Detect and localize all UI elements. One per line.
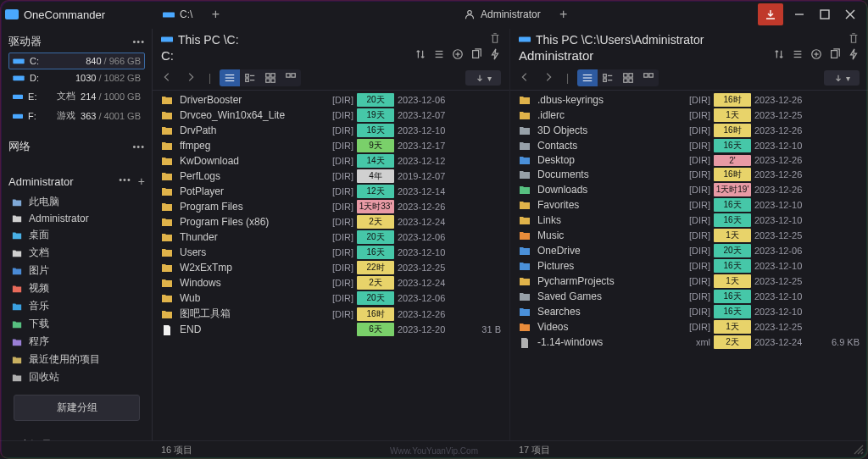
view-list-button[interactable] — [598, 69, 618, 86]
drive-row[interactable]: D:1030 / 1082 GB — [8, 69, 145, 86]
new-tab-right-button[interactable]: + — [553, 7, 575, 22]
bolt-icon[interactable] — [848, 48, 860, 63]
sidebar-item[interactable]: 最近使用的项目 — [8, 351, 145, 368]
file-row[interactable]: ffmpeg[DIR]9天2023-12-17 — [161, 138, 501, 153]
tab-right[interactable]: Administrator — [457, 5, 548, 24]
file-row[interactable]: Program Files[DIR]1天时33'2023-12-26 — [161, 199, 501, 214]
file-row[interactable]: 图吧工具箱[DIR]16时2023-12-26 — [161, 306, 501, 322]
sidebar-item[interactable]: 桌面 — [8, 226, 145, 244]
file-row[interactable]: DriverBooster[DIR]20天2023-12-06 — [161, 92, 501, 108]
file-row[interactable]: Contacts[DIR]16天2023-12-10 — [519, 138, 860, 153]
drive-row[interactable]: F:游戏363 / 4001 GB — [8, 106, 145, 125]
view-large-button[interactable] — [281, 69, 301, 86]
drive-row[interactable]: E:文档214 / 1000 GB — [8, 86, 145, 106]
disk-icon — [519, 33, 531, 47]
sort-updown-icon[interactable] — [415, 48, 426, 63]
sort-dropdown[interactable]: ▾ — [824, 70, 860, 86]
network-more-icon[interactable]: ••• — [132, 141, 145, 152]
admin-add-button[interactable]: + — [138, 174, 145, 188]
file-row[interactable]: Drvceo_Win10x64_Lite[DIR]19天2023-12-07 — [161, 108, 501, 123]
file-row[interactable]: PotPlayer[DIR]12天2023-12-14 — [161, 184, 501, 199]
view-large-button[interactable] — [638, 69, 659, 86]
trash-icon[interactable] — [848, 32, 860, 47]
recent-icon — [10, 355, 24, 365]
sidebar-item[interactable]: 下载 — [8, 315, 145, 333]
view-details-button[interactable] — [577, 69, 598, 86]
resize-grip-icon[interactable] — [853, 444, 865, 456]
back-button[interactable] — [519, 71, 531, 86]
file-row[interactable]: Thunder[DIR]20天2023-12-06 — [161, 230, 501, 245]
file-row[interactable]: 3D Objects[DIR]16时2023-12-26 — [519, 123, 860, 138]
maximize-button[interactable] — [812, 3, 837, 25]
new-tab-left-button[interactable]: + — [204, 7, 226, 22]
new-icon[interactable] — [810, 48, 822, 63]
sort-dropdown[interactable]: ▾ — [465, 70, 501, 86]
file-row[interactable]: Videos[DIR]1天2023-12-25 — [519, 319, 860, 335]
sidebar-item[interactable]: 音乐 — [8, 297, 145, 315]
trash-icon[interactable] — [489, 32, 501, 47]
sidebar-item[interactable]: 此电脑 — [8, 193, 145, 211]
admin-more-icon[interactable]: ••• — [119, 174, 131, 188]
file-row[interactable]: W2xExTmp[DIR]22时2023-12-25 — [161, 260, 501, 275]
copy-icon[interactable] — [470, 48, 482, 63]
sidebar-item[interactable]: 程序 — [8, 333, 145, 351]
file-row[interactable]: Windows[DIR]2天2023-12-24 — [161, 275, 501, 290]
file-row[interactable]: .dbus-keyrings[DIR]16时2023-12-26 — [519, 92, 860, 108]
drive-row[interactable]: C:840 / 966 GB — [8, 53, 145, 69]
breadcrumb[interactable]: This PC \C:\Users\Administrator — [536, 33, 704, 47]
file-row[interactable]: Users[DIR]16天2023-12-10 — [161, 245, 501, 260]
pane-actions — [773, 48, 860, 63]
file-row[interactable]: Documents[DIR]16时2023-12-26 — [519, 167, 860, 182]
file-row[interactable]: -1.14-windowsxml2天2023-12-246.9 KB — [519, 335, 860, 350]
file-row[interactable]: Program Files (x86)[DIR]2天2023-12-24 — [161, 214, 501, 230]
sidebar-item[interactable]: 图片 — [8, 262, 145, 279]
file-row[interactable]: Links[DIR]16天2023-12-10 — [519, 213, 860, 228]
sidebar-item[interactable]: 文档 — [8, 244, 145, 262]
file-row[interactable]: KwDownload[DIR]14天2023-12-12 — [161, 153, 501, 169]
forward-button[interactable] — [542, 71, 554, 86]
bolt-icon[interactable] — [489, 48, 501, 63]
sort-updown-icon[interactable] — [773, 48, 785, 63]
tab-left[interactable]: C:\ — [156, 5, 199, 24]
file-age-badge: 12天 — [357, 185, 394, 198]
file-row[interactable]: PycharmProjects[DIR]1天2023-12-25 — [519, 274, 860, 289]
back-button[interactable] — [161, 71, 173, 86]
forward-button[interactable] — [185, 71, 197, 86]
minimize-button[interactable] — [787, 3, 812, 25]
file-row[interactable]: Favorites[DIR]16天2023-12-10 — [519, 197, 860, 213]
drives-more-icon[interactable]: ••• — [132, 36, 145, 47]
file-row[interactable]: Pictures[DIR]16天2023-12-10 — [519, 258, 860, 274]
file-name: Users — [180, 246, 316, 258]
download-button[interactable] — [758, 3, 783, 25]
file-row[interactable]: Downloads[DIR]1天时19'2023-12-26 — [519, 182, 860, 197]
sidebar-item[interactable]: 视频 — [8, 279, 145, 297]
close-button[interactable] — [837, 3, 863, 25]
copy-icon[interactable] — [829, 48, 841, 63]
new-group-button[interactable]: 新建分组 — [14, 395, 140, 421]
new-icon[interactable] — [452, 48, 464, 63]
file-date: 2023-12-06 — [754, 246, 821, 256]
file-row[interactable]: Searches[DIR]16天2023-12-10 — [519, 304, 860, 319]
list-icon[interactable] — [433, 48, 445, 63]
file-list-left[interactable]: DriverBooster[DIR]20天2023-12-06Drvceo_Wi… — [153, 91, 509, 440]
sidebar-item[interactable]: 回收站 — [8, 368, 145, 386]
file-row[interactable]: Music[DIR]1天2023-12-25 — [519, 228, 860, 243]
view-grid-button[interactable] — [618, 69, 638, 86]
file-name: Pictures — [537, 260, 673, 272]
sidebar-item[interactable]: Administrator — [8, 211, 145, 226]
file-list-right[interactable]: .dbus-keyrings[DIR]16时2023-12-26.idlerc[… — [510, 91, 868, 440]
file-row[interactable]: Wub[DIR]20天2023-12-06 — [161, 290, 501, 306]
file-row[interactable]: Desktop[DIR]2'2023-12-26 — [519, 153, 860, 167]
file-name: Links — [537, 214, 673, 226]
file-row[interactable]: OneDrive[DIR]20天2023-12-06 — [519, 243, 860, 258]
view-grid-button[interactable] — [260, 69, 281, 86]
breadcrumb[interactable]: This PC \C: — [178, 33, 239, 47]
file-row[interactable]: DrvPath[DIR]16天2023-12-10 — [161, 123, 501, 138]
view-list-button[interactable] — [240, 69, 260, 86]
file-row[interactable]: .idlerc[DIR]1天2023-12-25 — [519, 108, 860, 123]
list-icon[interactable] — [792, 48, 804, 63]
file-row[interactable]: PerfLogs[DIR]4年2019-12-07 — [161, 169, 501, 184]
file-row[interactable]: END6天2023-12-2031 B — [161, 322, 501, 337]
file-row[interactable]: Saved Games[DIR]16天2023-12-10 — [519, 289, 860, 304]
view-details-button[interactable] — [220, 69, 240, 86]
